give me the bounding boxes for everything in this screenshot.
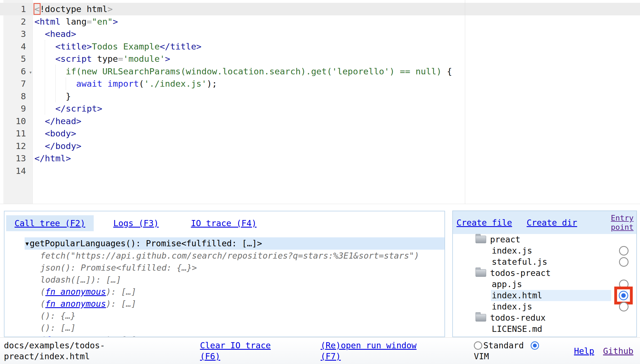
code-token: import (107, 79, 139, 89)
code-line-7[interactable]: 7 await import('./index.js'); (0, 77, 640, 90)
reopen-run-window-button[interactable]: (Re)open run window (F7) (321, 340, 427, 362)
standard-keybinding-radio[interactable] (474, 341, 482, 350)
call-tree-row[interactable]: (fn anonymous): […] (4, 286, 444, 298)
file-row-app.js[interactable]: app.js (453, 279, 636, 290)
code-token: > (113, 16, 118, 27)
code-token: </body> (45, 141, 81, 151)
line-number-text: 11 (16, 128, 26, 138)
call-text: json(): Promise<fulfilled: {…}> (40, 263, 197, 273)
line-number-text: 2 (21, 16, 26, 27)
call-text: ): […] (106, 287, 136, 297)
code-token (34, 116, 45, 126)
code-line-6[interactable]: 6▾ if(new URLSearchParams(window.locatio… (0, 65, 640, 78)
call-tree-row[interactable]: (fn anonymous): […] (4, 334, 444, 337)
create-file-button[interactable]: Create file (457, 218, 512, 228)
code-token: </head> (45, 116, 81, 126)
editor-pane-divider (465, 0, 465, 204)
line-number-text: 10 (16, 116, 26, 126)
file-row-index.html[interactable]: index.html (453, 290, 636, 301)
line-number: 8 (0, 90, 33, 103)
call-text: fetch("https://api.github.com/search/rep… (40, 251, 419, 261)
call-tree-row[interactable]: (fn anonymous): […] (4, 298, 444, 310)
line-number-text: 12 (16, 141, 26, 151)
file-name: stateful.js (492, 257, 547, 267)
file-name: todos-redux (490, 313, 546, 323)
call-text: ): […] (106, 299, 136, 309)
code-line-4[interactable]: 4 <title>Todos Example</title> (0, 40, 640, 53)
tab-io-trace[interactable]: IO trace (F4) (191, 218, 257, 228)
file-name: LICENSE.md (492, 324, 542, 334)
code-editor[interactable]: 1<!doctype html>2<html lang="en">3 <head… (0, 0, 640, 204)
code-token: = (87, 16, 92, 27)
anonymous-fn-link[interactable]: fn anonymous (45, 299, 106, 309)
code-token: 'module' (123, 54, 165, 64)
folder-row-todos-preact[interactable]: todos-preact (453, 268, 636, 279)
line-number-text: 9 (21, 103, 26, 114)
code-token (34, 103, 55, 114)
code-line-8[interactable]: 8 } (0, 90, 640, 103)
call-tree-row[interactable]: lodash([…]): […] (4, 274, 444, 286)
expand-arrow-icon[interactable]: ▾ (25, 238, 30, 248)
panel-tabs: Call tree (F2) Logs (F3) IO trace (F4) (6, 215, 444, 231)
call-tree-row[interactable]: fetch("https://api.github.com/search/rep… (4, 250, 444, 262)
folder-row-preact[interactable]: preact (453, 234, 636, 245)
line-number: 6▾ (0, 65, 33, 78)
code-token: = (118, 54, 123, 64)
line-number: 9 (0, 102, 33, 115)
clear-io-trace-button[interactable]: Clear IO trace (F6) (200, 340, 284, 362)
file-row-stateful.js[interactable]: stateful.js (453, 256, 636, 268)
fold-arrow-icon[interactable]: ▾ (29, 66, 32, 79)
line-number: 3 (0, 28, 33, 40)
code-line-11[interactable]: 11 <body> (0, 127, 640, 140)
call-tree-row[interactable]: (): […] (4, 322, 444, 334)
tab-call-tree[interactable]: Call tree (F2) (6, 215, 94, 231)
code-line-text: await import('./index.js'); (33, 77, 217, 90)
code-line-1[interactable]: 1<!doctype html> (0, 3, 640, 15)
code-line-10[interactable]: 10 </head> (0, 115, 640, 127)
call-text: (): {…} (40, 311, 76, 321)
code-line-12[interactable]: 12 </body> (0, 140, 640, 152)
folder-row-todos-redux[interactable]: todos-redux (453, 312, 636, 323)
code-token (34, 141, 45, 151)
call-tree-row[interactable]: json(): Promise<fulfilled: {…}> (4, 262, 444, 274)
tab-logs[interactable]: Logs (F3) (113, 218, 159, 228)
call-text: (): […] (40, 323, 76, 333)
code-token: </script> (55, 103, 102, 114)
file-row-LICENSE.md[interactable]: LICENSE.md (453, 323, 636, 335)
code-line-text: <!doctype html> (33, 3, 113, 15)
entry-point-radio[interactable] (619, 302, 629, 311)
code-token: > (107, 4, 113, 14)
call-tree-row[interactable]: (): {…} (4, 310, 444, 322)
code-token (34, 41, 55, 51)
file-browser-header: Create file Create dir Entry point (453, 211, 636, 234)
help-link[interactable]: Help (574, 346, 594, 356)
github-link[interactable]: Github (603, 346, 633, 356)
call-tree-root-label: getPopularLanguages(): Promise<fulfilled… (30, 238, 262, 248)
status-bar: docs/examples/todos-preact/index.html Cl… (0, 337, 640, 364)
code-line-13[interactable]: 13</html> (0, 152, 640, 165)
vim-keybinding-label: VIM (474, 351, 489, 362)
standard-keybinding-label: Standard (483, 340, 524, 351)
anonymous-fn-link[interactable]: fn anonymous (45, 335, 106, 337)
entry-point-radio[interactable] (619, 246, 629, 256)
anonymous-fn-link[interactable]: fn anonymous (45, 287, 106, 297)
code-line-3[interactable]: 3 <head> (0, 28, 640, 40)
folder-icon (476, 236, 486, 243)
file-row-index.js[interactable]: index.js (453, 245, 636, 256)
entry-point-radio[interactable] (619, 257, 629, 267)
call-tree: ▾getPopularLanguages(): Promise<fulfille… (4, 237, 444, 337)
create-dir-button[interactable]: Create dir (527, 218, 577, 228)
entry-point-header-link[interactable]: Entry point (596, 213, 634, 232)
call-text: ): […] (106, 335, 136, 337)
code-line-9[interactable]: 9 </script> (0, 102, 640, 115)
vim-keybinding-radio[interactable] (531, 341, 539, 350)
code-line-2[interactable]: 2<html lang="en"> (0, 15, 640, 28)
entry-point-radio[interactable] (619, 291, 628, 300)
code-line-5[interactable]: 5 <script type='module'> (0, 53, 640, 65)
current-file-path: docs/examples/todos-preact/index.html (4, 340, 107, 362)
call-tree-root-row[interactable]: ▾getPopularLanguages(): Promise<fulfille… (25, 237, 444, 250)
line-number: 14 (0, 165, 33, 177)
code-line-text: if(new URLSearchParams(window.location.s… (33, 65, 452, 78)
code-line-14[interactable]: 14 (0, 165, 640, 177)
file-row-index.js[interactable]: index.js (453, 301, 636, 312)
